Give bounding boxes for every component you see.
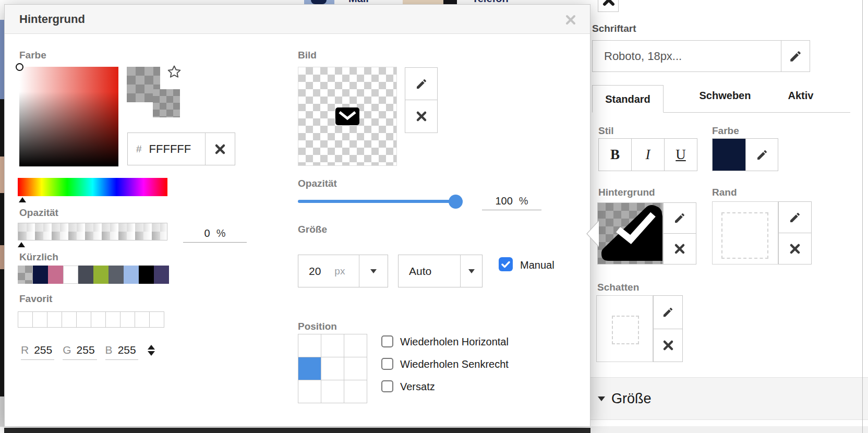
blue-field[interactable]: B 255 bbox=[105, 344, 138, 360]
favorite-star-button[interactable] bbox=[166, 64, 182, 80]
image-preview[interactable] bbox=[298, 67, 397, 166]
x-icon bbox=[674, 243, 685, 255]
favorit-color-slot[interactable] bbox=[120, 311, 135, 328]
recent-color-swatch[interactable] bbox=[63, 266, 78, 284]
image-clear-button[interactable] bbox=[405, 100, 437, 133]
underline-label: U bbox=[676, 147, 686, 163]
size-mode-dropdown[interactable]: Auto bbox=[398, 255, 483, 287]
repeat-vertical-checkbox[interactable] bbox=[381, 358, 393, 370]
favorit-color-slot[interactable] bbox=[47, 311, 62, 328]
recent-colors bbox=[18, 266, 169, 284]
position-cell[interactable] bbox=[344, 357, 367, 380]
recent-color-swatch[interactable] bbox=[108, 266, 124, 284]
background-edit-button[interactable] bbox=[664, 203, 696, 234]
position-cell[interactable] bbox=[321, 334, 344, 357]
repeat-vertical-label[interactable]: Wiederholen Senkrecht bbox=[400, 358, 509, 370]
text-color-swatch[interactable] bbox=[713, 139, 745, 171]
panel-collapse-button[interactable] bbox=[598, 0, 619, 12]
text-color-edit-button[interactable] bbox=[745, 139, 778, 171]
backdrop-top-icon-dark bbox=[311, 0, 327, 4]
underline-button[interactable]: U bbox=[664, 139, 697, 171]
style-buttons: B I U bbox=[598, 138, 697, 171]
bold-button[interactable]: B bbox=[599, 139, 631, 171]
tab-schweben[interactable]: Schweben bbox=[694, 90, 756, 102]
green-field[interactable]: G 255 bbox=[63, 344, 97, 360]
font-label: Schriftart bbox=[592, 23, 636, 34]
manual-checkbox[interactable] bbox=[499, 257, 513, 271]
favorit-color-slot[interactable] bbox=[105, 311, 120, 328]
italic-button[interactable]: I bbox=[631, 139, 664, 171]
recent-color-swatch[interactable] bbox=[139, 266, 154, 284]
favorit-color-slot[interactable] bbox=[135, 311, 150, 328]
sort-down-icon bbox=[148, 351, 155, 356]
size-mode-caret-cell[interactable] bbox=[460, 255, 482, 287]
backdrop-bottom-strip bbox=[4, 428, 590, 433]
close-icon bbox=[564, 14, 577, 26]
position-cell[interactable] bbox=[321, 380, 344, 403]
recent-color-swatch[interactable] bbox=[48, 266, 63, 284]
hex-input[interactable]: # FFFFFF bbox=[128, 133, 205, 165]
manual-checkbox-label[interactable]: Manual bbox=[520, 259, 554, 271]
shadow-clear-button[interactable] bbox=[654, 329, 682, 362]
recent-color-swatch[interactable] bbox=[33, 266, 48, 284]
shadow-preview[interactable] bbox=[612, 316, 639, 344]
blue-value: 255 bbox=[118, 344, 136, 356]
recent-color-swatch[interactable] bbox=[154, 266, 169, 284]
hex-clear-button[interactable] bbox=[205, 133, 235, 165]
image-opacity-field[interactable]: 100 % bbox=[482, 194, 541, 210]
color-opacity-slider[interactable] bbox=[18, 223, 167, 240]
backdrop-telefon-fragment: Telefon bbox=[472, 0, 529, 4]
backdrop-top-beige-fragment bbox=[403, 0, 443, 4]
size-mode-value: Auto bbox=[409, 265, 431, 278]
offset-label[interactable]: Versatz bbox=[400, 381, 435, 393]
recent-color-swatch[interactable] bbox=[93, 266, 108, 284]
favorit-color-slot[interactable] bbox=[18, 311, 33, 328]
color-opacity-field[interactable]: 0 % bbox=[183, 226, 247, 243]
position-cell[interactable] bbox=[344, 334, 367, 357]
tab-standard[interactable]: Standard bbox=[592, 85, 664, 113]
border-clear-button[interactable] bbox=[779, 233, 811, 264]
image-opacity-slider[interactable] bbox=[298, 200, 463, 203]
favorit-color-slot[interactable] bbox=[32, 311, 47, 328]
pencil-icon bbox=[789, 211, 801, 224]
border-preview-control bbox=[712, 201, 778, 264]
shadow-edit-button[interactable] bbox=[654, 296, 682, 329]
repeat-horizontal-label[interactable]: Wiederholen Horizontal bbox=[400, 336, 509, 348]
font-value-area[interactable]: Roboto, 18px... bbox=[593, 41, 781, 71]
position-cell[interactable] bbox=[298, 334, 321, 357]
position-cell[interactable] bbox=[298, 380, 321, 403]
red-field[interactable]: R 255 bbox=[21, 344, 54, 360]
border-edit-button[interactable] bbox=[779, 202, 811, 233]
size-section-header[interactable]: Größe bbox=[590, 377, 868, 420]
favorit-color-slot[interactable] bbox=[62, 311, 77, 328]
position-cell[interactable] bbox=[344, 380, 367, 403]
hue-slider-marker[interactable] bbox=[19, 197, 26, 202]
font-edit-button[interactable] bbox=[781, 41, 810, 71]
border-preview[interactable] bbox=[721, 212, 768, 259]
tab-aktiv[interactable]: Aktiv bbox=[780, 90, 822, 102]
color-opacity-marker[interactable] bbox=[18, 242, 25, 247]
background-preview[interactable] bbox=[597, 202, 663, 264]
hue-slider[interactable] bbox=[18, 178, 167, 196]
recent-color-swatch[interactable] bbox=[18, 266, 33, 284]
check-icon bbox=[501, 261, 510, 268]
rgb-mode-toggle[interactable] bbox=[148, 345, 155, 360]
position-cell[interactable] bbox=[321, 357, 344, 380]
saturation-cursor[interactable] bbox=[16, 63, 23, 71]
position-cell[interactable] bbox=[298, 357, 321, 380]
recent-color-swatch[interactable] bbox=[78, 266, 93, 284]
background-clear-button[interactable] bbox=[664, 234, 696, 264]
image-edit-button[interactable] bbox=[405, 68, 437, 100]
image-opacity-handle[interactable] bbox=[449, 195, 463, 209]
repeat-horizontal-checkbox[interactable] bbox=[381, 335, 393, 347]
offset-checkbox[interactable] bbox=[381, 380, 393, 392]
favorit-color-slot[interactable] bbox=[149, 311, 164, 328]
chevron-down-icon bbox=[468, 269, 475, 273]
saturation-picker[interactable] bbox=[19, 67, 118, 166]
favorit-color-slot[interactable] bbox=[76, 311, 91, 328]
recent-color-swatch[interactable] bbox=[124, 266, 139, 284]
dialog-close-button[interactable] bbox=[564, 13, 577, 27]
size-dropdown-caret-cell[interactable] bbox=[359, 255, 388, 287]
favorit-color-slot[interactable] bbox=[91, 311, 106, 328]
size-value-dropdown[interactable]: 20 px bbox=[298, 255, 388, 287]
